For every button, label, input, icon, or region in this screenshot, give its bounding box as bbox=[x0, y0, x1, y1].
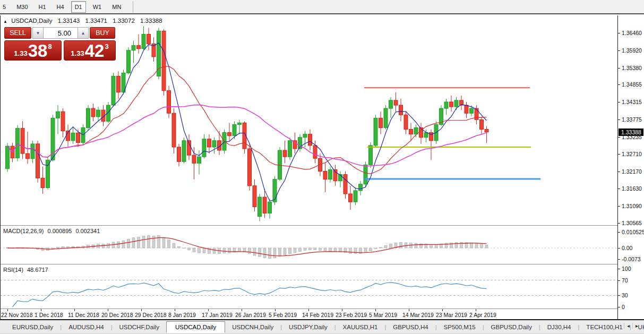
date-label: 26 Jan 2019 bbox=[235, 312, 266, 318]
candlestick bbox=[444, 102, 448, 108]
candlestick bbox=[263, 197, 267, 213]
ohlc-open: 1.33143 bbox=[58, 18, 80, 24]
axis-label: 1.34855 bbox=[622, 81, 642, 88]
toolbar-separator bbox=[133, 1, 133, 13]
buy-price-pips: 42 bbox=[85, 42, 105, 60]
timeframe-h1[interactable]: H1 bbox=[35, 1, 50, 13]
timeframe-w1[interactable]: W1 bbox=[89, 1, 106, 13]
tab-gbpusd-daily[interactable]: GBPUSD,Daily bbox=[484, 322, 539, 332]
axis-tick bbox=[618, 172, 620, 172]
date-label: 17 Jan 2019 bbox=[202, 312, 233, 318]
candlestick bbox=[424, 133, 428, 138]
candlestick bbox=[97, 110, 100, 117]
tab-xauusd-h1[interactable]: XAUUSD,H1 bbox=[336, 322, 385, 332]
time-tick bbox=[141, 309, 142, 311]
time-tick bbox=[342, 309, 342, 311]
rsi-name: RSI(14) bbox=[3, 267, 23, 273]
tab-scroll-left-icon[interactable] bbox=[624, 323, 632, 329]
time-tick bbox=[409, 309, 409, 311]
tab-usdcnh-daily[interactable]: USDCNH,Daily bbox=[225, 322, 280, 332]
tab-usdcad-daily[interactable]: USDCAD,Daily bbox=[166, 321, 225, 333]
candlestick bbox=[374, 118, 377, 145]
time-tick bbox=[175, 309, 175, 311]
candlestick bbox=[465, 105, 468, 113]
candlestick bbox=[21, 129, 24, 153]
chart-border bbox=[0, 15, 1, 319]
axis-tick bbox=[618, 102, 620, 102]
sell-button[interactable]: SELL bbox=[4, 27, 31, 39]
time-axis[interactable]: 22 Nov 20181 Dec 201811 Dec 201820 Dec 2… bbox=[0, 309, 617, 320]
chart-tabs: EURUSD,Daily|AUDUSD,H4|USDCHF,DailyUSDCA… bbox=[5, 321, 644, 333]
axis-tick bbox=[618, 223, 620, 224]
rsi-indicator-pane[interactable] bbox=[0, 265, 617, 309]
candlestick bbox=[182, 141, 186, 161]
axis-label: 1.34315 bbox=[622, 99, 642, 105]
axis-tick bbox=[618, 50, 620, 51]
candlestick bbox=[36, 144, 40, 178]
tab-gbpusd-h4[interactable]: GBPUSD,H4 bbox=[386, 322, 435, 332]
chart-window[interactable]: 22 Nov 20181 Dec 201811 Dec 201820 Dec 2… bbox=[0, 15, 617, 319]
candlestick bbox=[308, 134, 312, 145]
date-label: 11 Dec 2018 bbox=[68, 312, 99, 318]
tab-dj30-h4[interactable]: DJ30,H4 bbox=[540, 322, 578, 332]
candlestick bbox=[177, 147, 181, 161]
timeframe-h4[interactable]: H4 bbox=[53, 1, 68, 13]
candlestick bbox=[354, 191, 357, 202]
buy-price-point: 3 bbox=[105, 42, 108, 50]
tab-tech100-h1[interactable]: TECH100,H1 bbox=[579, 322, 629, 332]
tab-usdjpy-daily[interactable]: USDJPY,Daily bbox=[282, 322, 334, 332]
timeframe-mn[interactable]: MN bbox=[108, 1, 125, 13]
candlestick bbox=[132, 46, 135, 50]
axis-label: 1.33775 bbox=[622, 116, 642, 123]
price-axis[interactable]: 1.33388 1.364601.359201.353801.348551.34… bbox=[617, 15, 644, 319]
axis-tick bbox=[618, 84, 620, 85]
tab-sp500-m15[interactable]: SP500,M15 bbox=[437, 322, 483, 332]
axis-tick bbox=[618, 154, 620, 155]
ohlc-low: 1.33072 bbox=[113, 18, 135, 24]
sell-price-point: 8 bbox=[48, 42, 51, 50]
time-tick bbox=[208, 309, 209, 311]
axis-tick bbox=[618, 280, 620, 281]
candlestick bbox=[147, 34, 151, 44]
date-label: 1 Dec 2018 bbox=[35, 312, 63, 318]
buy-button[interactable]: BUY bbox=[90, 27, 115, 39]
date-label: 22 Nov 2018 bbox=[1, 312, 33, 318]
candlestick bbox=[137, 46, 141, 49]
date-label: 23 Mar 2019 bbox=[436, 312, 467, 318]
candlestick bbox=[399, 105, 403, 115]
candlestick bbox=[394, 100, 398, 105]
axis-label: 1.30565 bbox=[622, 220, 642, 226]
tab-scroll-right-icon[interactable] bbox=[632, 323, 641, 329]
date-label: 14 Mar 2019 bbox=[402, 312, 434, 318]
tab-audusd-h4[interactable]: AUDUSD,H4 bbox=[62, 322, 110, 332]
collapse-chart-icon[interactable] bbox=[3, 19, 7, 24]
timeframe-5[interactable]: 5 bbox=[0, 1, 10, 13]
volume-input[interactable] bbox=[44, 27, 78, 39]
axis-tick bbox=[618, 307, 620, 307]
axis-tick bbox=[618, 33, 620, 33]
candlestick bbox=[485, 130, 488, 132]
moving-average-13 bbox=[7, 66, 487, 174]
candlestick bbox=[111, 76, 115, 105]
volume-decrease-icon[interactable] bbox=[32, 27, 44, 39]
timeframe-m30[interactable]: M30 bbox=[13, 1, 31, 13]
date-label: 14 Feb 2019 bbox=[302, 312, 333, 318]
buy-price-base: 1.33 bbox=[71, 49, 84, 57]
candlestick bbox=[288, 141, 292, 157]
tab-eurusd-daily[interactable]: EURUSD,Daily bbox=[5, 322, 60, 332]
axis-tick bbox=[618, 269, 620, 269]
axis-label: 1.35380 bbox=[622, 65, 642, 71]
sell-price-box[interactable]: 1.33 38 8 bbox=[4, 40, 62, 61]
candlestick bbox=[172, 113, 176, 147]
axis-label: 100 bbox=[622, 266, 631, 272]
tab-usdchf-daily[interactable]: USDCHF,Daily bbox=[113, 322, 166, 332]
candlestick bbox=[87, 108, 90, 127]
buy-price-box[interactable]: 1.33 42 3 bbox=[64, 40, 116, 61]
candlestick bbox=[142, 34, 145, 48]
time-tick bbox=[375, 309, 376, 311]
candlestick bbox=[364, 165, 367, 184]
volume-increase-icon[interactable] bbox=[78, 27, 89, 39]
macd-label: MACD(12,26,9) 0.000895 0.002341 bbox=[3, 228, 102, 234]
moving-average-5 bbox=[7, 43, 487, 201]
timeframe-d1[interactable]: D1 bbox=[71, 1, 86, 13]
